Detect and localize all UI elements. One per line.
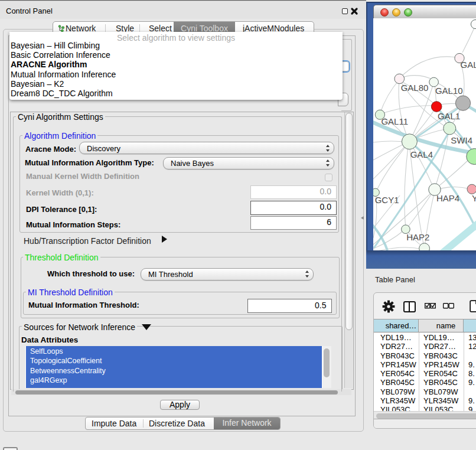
svg-text:GAL11: GAL11 xyxy=(381,116,408,126)
svg-text:HAP4: HAP4 xyxy=(436,193,459,203)
svg-text:GAL1: GAL1 xyxy=(438,111,460,121)
svg-text:Y: Y xyxy=(472,193,476,203)
svg-text:GAL10: GAL10 xyxy=(435,86,463,96)
svg-text:SWI4: SWI4 xyxy=(451,135,472,145)
svg-text:GAL: GAL xyxy=(461,60,476,70)
svg-text:GAL4: GAL4 xyxy=(410,149,433,159)
svg-text:HAP2: HAP2 xyxy=(406,232,429,242)
svg-text:GCY1: GCY1 xyxy=(375,195,399,205)
svg-text:GAL80: GAL80 xyxy=(401,83,429,93)
